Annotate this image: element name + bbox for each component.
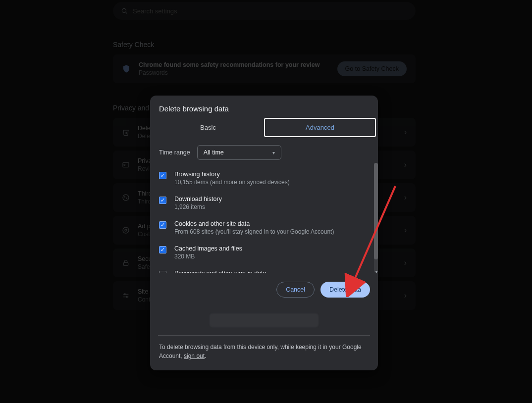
svg-line-1 [126, 12, 127, 14]
chevron-right-icon: › [404, 258, 407, 267]
item-subtitle: 10,155 items (and more on synced devices… [174, 179, 290, 186]
checkbox[interactable] [159, 197, 166, 204]
sliders-icon [122, 292, 130, 300]
safety-check-card: Chrome found some safety recommendations… [113, 54, 416, 83]
svg-point-4 [123, 195, 129, 201]
svg-point-0 [122, 8, 126, 12]
chevron-right-icon: › [404, 226, 407, 235]
go-to-safety-check-button[interactable]: Go to Safety Check [337, 61, 407, 76]
privacy-icon [122, 161, 130, 169]
item-subtitle: 320 MB [174, 253, 242, 260]
search-settings-box[interactable] [113, 2, 416, 20]
lock-icon [122, 259, 130, 267]
data-type-item: Cookies and other site dataFrom 608 site… [159, 215, 369, 240]
data-type-item: Passwords and other sign-in data75 passw… [159, 265, 369, 273]
delete-data-button[interactable]: Delete data [320, 282, 370, 298]
svg-point-5 [124, 197, 125, 197]
caret-down-icon: ▾ [272, 150, 275, 155]
dialog-promo-area [158, 305, 370, 335]
section-title-safety: Safety Check [113, 41, 416, 49]
svg-point-7 [123, 227, 129, 233]
tab-advanced[interactable]: Advanced [264, 118, 376, 137]
svg-point-8 [125, 229, 127, 231]
dialog-scrollbar[interactable]: ▲ ▼ [373, 163, 378, 273]
scrollbar-thumb[interactable] [374, 163, 378, 259]
svg-rect-9 [123, 262, 128, 265]
dialog-title: Delete browsing data [150, 96, 378, 118]
item-title: Download history [174, 196, 222, 202]
data-type-item: Cached images and files320 MB [159, 240, 369, 265]
time-range-value: All time [204, 149, 224, 156]
chevron-right-icon: › [404, 291, 407, 300]
data-type-item: Browsing history10,155 items (and more o… [159, 166, 369, 191]
ad-icon [122, 226, 130, 234]
shield-icon [122, 64, 131, 73]
checkbox[interactable] [159, 246, 166, 253]
dialog-footer-note: To delete browsing data from this device… [150, 336, 378, 370]
safety-recommendation-text: Chrome found some safety recommendations… [139, 61, 319, 68]
delete-browsing-data-dialog: Delete browsing data Basic Advanced Time… [150, 96, 378, 370]
chevron-right-icon: › [404, 128, 407, 137]
cookie-icon [122, 194, 130, 202]
time-range-select[interactable]: All time ▾ [197, 145, 281, 160]
item-title: Cached images and files [174, 245, 242, 252]
item-subtitle: From 608 sites (you'll stay signed in to… [174, 228, 334, 235]
search-icon [121, 7, 128, 14]
tab-basic[interactable]: Basic [152, 118, 264, 137]
checkbox[interactable] [159, 172, 166, 179]
item-title: Browsing history [174, 171, 290, 178]
data-type-item: Download history1,926 items [159, 191, 369, 215]
chevron-right-icon: › [404, 160, 407, 169]
svg-point-3 [124, 164, 125, 166]
item-title: Passwords and other sign-in data [174, 270, 284, 273]
sign-out-link[interactable]: sign out [184, 353, 205, 359]
svg-point-6 [126, 198, 127, 199]
safety-recommendation-sub: Passwords [139, 69, 319, 76]
search-input[interactable] [133, 7, 408, 15]
item-title: Cookies and other site data [174, 220, 334, 227]
checkbox[interactable] [159, 221, 166, 229]
scroll-down-icon[interactable]: ▼ [374, 270, 377, 273]
cancel-button[interactable]: Cancel [276, 282, 315, 298]
item-subtitle: 1,926 items [174, 203, 222, 210]
trash-icon [122, 128, 130, 136]
time-range-label: Time range [159, 149, 190, 156]
chevron-right-icon: › [404, 193, 407, 202]
checkbox[interactable] [159, 271, 166, 273]
